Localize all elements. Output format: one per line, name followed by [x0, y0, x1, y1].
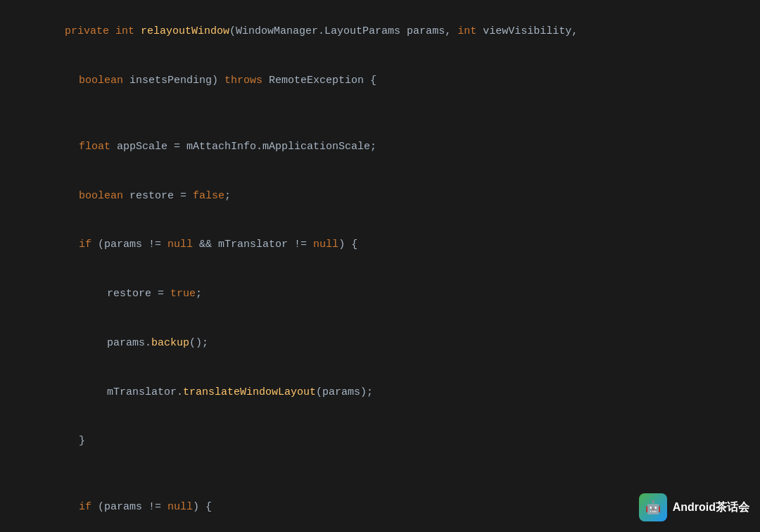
code-line: private int relayoutWindow(WindowManager… [0, 7, 760, 56]
code-text: RemoteException { [269, 75, 376, 87]
code-text: ; [196, 288, 202, 300]
code-text: restore = [107, 288, 170, 300]
function-name: relayoutWindow [141, 25, 229, 37]
keyword: private [65, 25, 115, 37]
keyword: boolean [79, 190, 129, 202]
code-text: restore = [129, 190, 193, 202]
keyword: int [457, 25, 483, 37]
keyword: null [313, 239, 338, 251]
code-text: (); [189, 337, 208, 349]
code-container: private int relayoutWindow(WindowManager… [0, 0, 760, 532]
code-line: } [0, 417, 760, 466]
boolean-value: true [170, 288, 196, 300]
code-line [0, 466, 760, 483]
function-name: backup [151, 337, 189, 349]
code-block: private int relayoutWindow(WindowManager… [0, 0, 760, 532]
code-text: (WindowManager.LayoutParams params, [229, 25, 457, 37]
code-line: if (params != null && mTranslator != nul… [0, 220, 760, 270]
code-text: ; [224, 190, 231, 202]
code-text: ) { [338, 239, 357, 251]
keyword: int [115, 25, 141, 37]
code-text: appScale = mAttachInfo.mApplicationScale… [117, 141, 376, 153]
keyword: if [79, 239, 98, 251]
code-line [0, 106, 760, 122]
code-line: params.backup(); [0, 319, 760, 368]
keyword: float [79, 141, 117, 153]
code-line: boolean insetsPending) throws RemoteExce… [0, 56, 760, 106]
keyword: if [79, 501, 98, 513]
code-line: restore = true; [0, 270, 760, 319]
watermark-text: Android茶话会 [673, 500, 749, 515]
code-text: } [79, 435, 85, 447]
code-text: insetsPending) [129, 75, 224, 87]
code-text: viewVisibility, [483, 25, 578, 37]
keyword: null [167, 239, 199, 251]
code-text: (params); [316, 386, 373, 398]
keyword: boolean [79, 75, 129, 87]
keyword: throws [224, 75, 269, 87]
function-name: translateWindowLayout [183, 386, 316, 398]
code-text: params. [107, 337, 151, 349]
code-text: ) { [193, 501, 212, 513]
code-line: boolean restore = false; [0, 171, 760, 220]
code-text: mTranslator. [107, 386, 183, 398]
code-text: (params != [98, 501, 167, 513]
watermark-icon: 🤖 [639, 493, 667, 521]
code-text: && mTranslator != [199, 239, 313, 251]
boolean-value: false [193, 190, 224, 202]
code-line: float appScale = mAttachInfo.mApplicatio… [0, 122, 760, 172]
watermark: 🤖 Android茶话会 [639, 493, 749, 521]
code-line: mTranslator.translateWindowLayout(params… [0, 367, 760, 417]
code-text: (params != [98, 239, 167, 251]
keyword: null [167, 501, 193, 513]
